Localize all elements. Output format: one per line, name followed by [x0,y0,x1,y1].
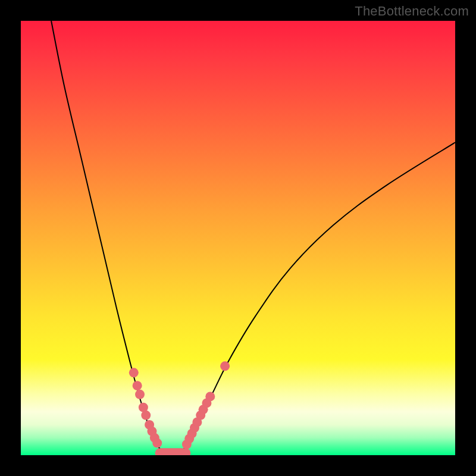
data-points [129,361,230,449]
right-curve [181,142,455,453]
watermark-text: TheBottleneck.com [355,4,469,19]
chart-svg [21,21,455,455]
data-point [141,411,151,420]
data-point [129,368,139,377]
chart-container: TheBottleneck.com [0,0,476,476]
left-curve [51,21,164,453]
data-point [220,361,230,371]
data-point [133,381,142,390]
data-point [152,439,162,448]
data-point [135,390,145,399]
plot-area [21,21,455,455]
data-point [205,392,215,401]
bottom-segment [155,448,191,455]
